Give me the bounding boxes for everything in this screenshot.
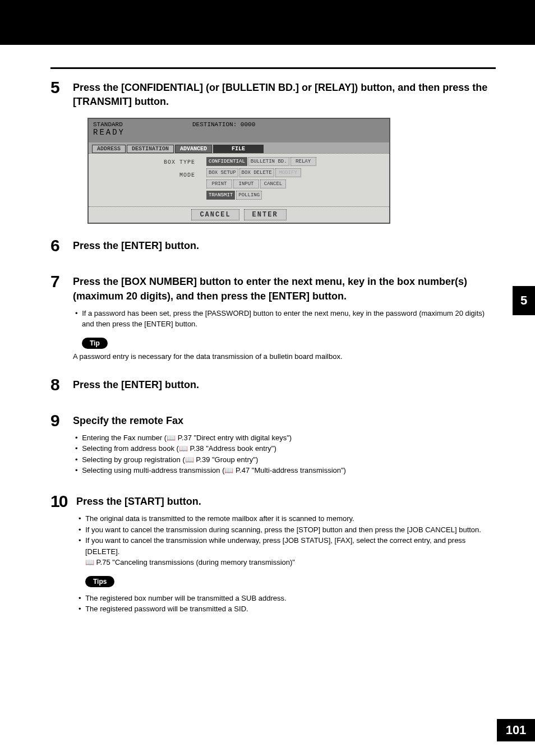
step-title: Press the [BOX NUMBER] button to enter t… <box>73 275 496 303</box>
btn-box-setup[interactable]: BOX SETUP <box>206 168 238 177</box>
shot-standard: STANDARD <box>93 121 123 128</box>
step7-bullet: If a password has been set, press the [P… <box>82 308 496 330</box>
step-10: 10 Press the [START] button. The origina… <box>50 493 496 615</box>
shot-body: BOX TYPE MODE CONFIDENTIAL BULLETIN BD. … <box>89 153 389 206</box>
step-title: Press the [ENTER] button. <box>73 378 496 392</box>
label-box-type: BOX TYPE <box>94 159 195 165</box>
step9-bullet: Entering the Fax number (📖 P.37 "Direct … <box>82 432 496 444</box>
btn-bulletin[interactable]: BULLETIN BD. <box>248 157 289 166</box>
btn-modify: MODIFY <box>275 168 301 177</box>
btn-transmit[interactable]: TRANSMIT <box>206 191 235 200</box>
btn-print[interactable]: PRINT <box>206 179 232 188</box>
footer-cancel[interactable]: CANCEL <box>191 209 239 220</box>
step10-bullet: If you want to cancel the transmission w… <box>85 535 496 557</box>
btn-relay[interactable]: RELAY <box>290 157 316 166</box>
tip-pill: Tip <box>82 338 108 349</box>
step9-bullet: Selecting from address book (📖 P.38 "Add… <box>82 443 496 454</box>
step-title: Press the [CONFIDENTIAL] (or [BULLETIN B… <box>73 81 496 109</box>
btn-input[interactable]: INPUT <box>233 179 259 188</box>
step9-bullet: Selecting using multi-address transmissi… <box>82 465 496 476</box>
label-mode: MODE <box>94 172 195 178</box>
tab-destination[interactable]: DESTINATION <box>127 145 174 153</box>
tab-file[interactable]: FILE <box>213 145 264 153</box>
step-5: 5 Press the [CONFIDENTIAL] (or [BULLETIN… <box>50 79 496 109</box>
tips-pill: Tips <box>85 576 114 587</box>
tip-text: A password entry is necessary for the da… <box>73 352 496 361</box>
step-number: 6 <box>50 237 73 254</box>
shot-destination: DESTINATION: 0000 <box>192 121 255 137</box>
step-number: 9 <box>50 412 73 429</box>
btn-cancel-mode[interactable]: CANCEL <box>260 179 286 188</box>
btn-confidential[interactable]: CONFIDENTIAL <box>206 157 247 166</box>
step-7: 7 Press the [BOX NUMBER] button to enter… <box>50 273 496 367</box>
btn-box-delete[interactable]: BOX DELETE <box>239 168 274 177</box>
step-number: 10 <box>50 493 76 510</box>
btn-polling[interactable]: POLLING <box>236 191 262 200</box>
header-black-band <box>0 0 535 45</box>
step-number: 7 <box>50 273 73 290</box>
step10-tip: The registered password will be transmit… <box>85 603 496 615</box>
step-6: 6 Press the [ENTER] button. <box>50 237 496 254</box>
step-number: 5 <box>50 79 73 96</box>
footer-enter[interactable]: ENTER <box>244 209 287 220</box>
shot-tabs: ADDRESS DESTINATION ADVANCED FILE <box>89 142 389 153</box>
step10-ref: 📖 P.75 "Canceling transmissions (during … <box>85 557 496 568</box>
tab-address[interactable]: ADDRESS <box>92 145 126 153</box>
step-9: 9 Specify the remote Fax Entering the Fa… <box>50 412 496 476</box>
shot-header: STANDARD READY DESTINATION: 0000 <box>89 119 389 142</box>
step10-bullet: The original data is transmitted to the … <box>85 513 496 524</box>
step9-bullet: Selecting by group registration (📖 P.39 … <box>82 454 496 465</box>
step-number: 8 <box>50 376 73 393</box>
page-number: 101 <box>497 719 535 741</box>
step10-bullet: If you want to cancel the transmission d… <box>85 524 496 536</box>
chapter-tab: 5 <box>513 286 535 315</box>
shot-ready: READY <box>93 128 125 137</box>
device-screenshot: STANDARD READY DESTINATION: 0000 ADDRESS… <box>87 118 390 224</box>
shot-footer: CANCEL ENTER <box>89 206 389 223</box>
top-rule <box>50 67 496 69</box>
step-title: Press the [START] button. <box>76 495 496 509</box>
step-8: 8 Press the [ENTER] button. <box>50 376 496 393</box>
step10-tip: The registered box number will be transm… <box>85 593 496 604</box>
tab-advanced[interactable]: ADVANCED <box>175 145 212 153</box>
step-title: Press the [ENTER] button. <box>73 239 496 253</box>
page-content: 5 Press the [CONFIDENTIAL] (or [BULLETIN… <box>0 45 535 615</box>
step-title: Specify the remote Fax <box>73 414 496 428</box>
